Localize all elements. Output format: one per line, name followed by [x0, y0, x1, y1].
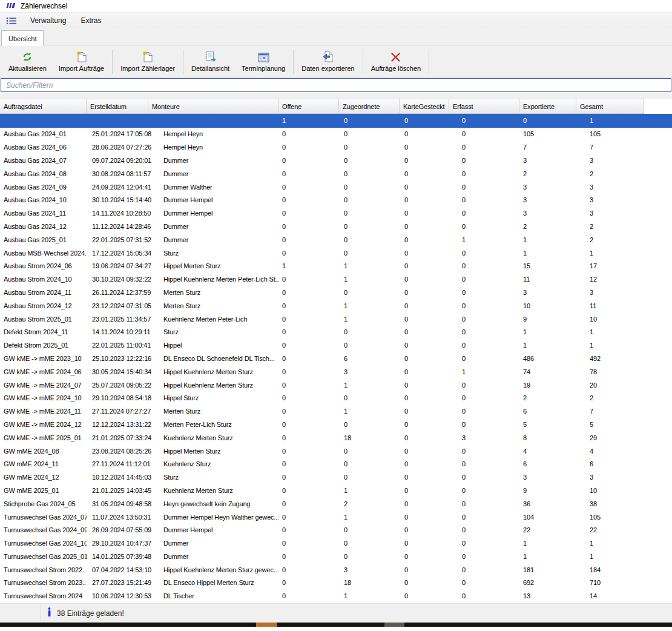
cell-offene: 0 [278, 196, 339, 203]
table-row[interactable]: Defekt Strom 2025_0122.01.2025 11:00:41H… [0, 339, 672, 352]
table-row[interactable]: Turnuswechsel Strom 202410.06.2024 12:30… [0, 589, 672, 599]
cell-erfasst: 0 [449, 302, 519, 309]
cell-zugeordnete: 0 [339, 553, 400, 560]
cell-erstelldatum: 21.01.2025 07:33:24 [87, 434, 148, 441]
column-header-monteure[interactable]: Monteure [148, 99, 278, 113]
cell-monteure: Hempel Heyn [148, 144, 278, 151]
table-row[interactable]: GW kME -> mME 2024_0725.07.2024 09:05:22… [0, 378, 672, 392]
table-row[interactable]: 100001 [0, 114, 672, 128]
import-orders-button[interactable]: Import Aufträge [53, 48, 110, 75]
tool-btn-label: Terminplanung [242, 65, 285, 72]
cell-offene: 0 [278, 540, 339, 547]
menu-item-verwaltung[interactable]: Verwaltung [24, 14, 72, 27]
column-header-zugeordnete[interactable]: Zugeordnete [339, 99, 400, 113]
cell-zugeordnete: 3 [339, 368, 400, 375]
table-row[interactable]: Turnuswechsel Gas 2024_1029.10.2024 10:4… [0, 537, 672, 550]
table-row[interactable]: Ausbau Strom 2025_0123.01.2025 11:34:57K… [0, 312, 672, 326]
cell-erfasst: 1 [449, 368, 519, 375]
table-row[interactable]: Ausbau Gas 2024_0924.09.2024 12:04:41Dum… [0, 180, 672, 194]
cell-erfasst: 0 [449, 500, 519, 507]
table-row[interactable]: Ausbau Strom 2024_1223.12.2024 07:31:05M… [0, 299, 672, 312]
table-row[interactable]: Turnuswechsel Gas 2024_0926.09.2024 07:5… [0, 523, 672, 537]
table-row[interactable]: Ausbau Gas 2024_1211.12.2024 14:28:46Dum… [0, 220, 672, 233]
cell-gesamt: 78 [576, 368, 644, 375]
table-row[interactable]: GW mME 2024_0823.08.2024 08:25:26Hippel … [0, 444, 672, 458]
table-row[interactable]: GW mME 2024_1210.12.2024 14:45:03Sturz00… [0, 471, 672, 484]
table-row[interactable]: Ausbau Gas 2024_0628.06.2024 07:27:26Hem… [0, 140, 672, 154]
detail-view-button[interactable]: Detailansicht [185, 48, 236, 75]
cell-gesamt: 5 [576, 421, 644, 428]
table-row[interactable]: Defekt Strom 2024_1114.11.2024 10:29:11S… [0, 325, 672, 339]
table-row[interactable]: Ausbau Gas 2024_0125.01.2024 17:05:08Hem… [0, 128, 672, 141]
table-row[interactable]: GW kME -> mME 2024_1127.11.2024 07:27:27… [0, 405, 672, 418]
column-header-erstelldatum[interactable]: Erstelldatum [87, 99, 148, 113]
cell-kartegesteckt: 0 [400, 170, 449, 177]
menu-list-icon[interactable] [6, 17, 17, 25]
table-row[interactable]: Stichprobe Gas 2024_0531.05.2024 09:48:5… [0, 497, 672, 510]
column-header-auftragsdatei[interactable]: Auftragsdatei [0, 99, 87, 113]
table-row[interactable]: GW kME -> mME 2024_1029.10.2024 08:54:18… [0, 391, 672, 405]
menu-item-extras[interactable]: Extras [74, 14, 107, 27]
cell-monteure: Dummer [148, 170, 278, 177]
table-row[interactable]: Turnuswechsel Strom 2022...07.04.2022 14… [0, 563, 672, 576]
cell-erstelldatum: 14.11.2024 10:28:50 [87, 210, 148, 217]
table-row[interactable]: GW kME -> mME 2024_1212.12.2024 13:31:22… [0, 418, 672, 431]
cell-kartegesteckt: 0 [400, 566, 449, 573]
cell-gesamt: 10 [576, 316, 644, 323]
table-row[interactable]: Ausbau Strom 2024_1126.11.2024 12:37:59M… [0, 286, 672, 299]
table-row[interactable]: Ausbau Gas 2024_0830.08.2024 08:11:57Dum… [0, 167, 672, 180]
cell-erstelldatum: 11.12.2024 14:28:46 [87, 223, 148, 230]
schedule-button[interactable]: Terminplanung [236, 48, 291, 75]
table-row[interactable]: Ausbau Gas 2025_0122.01.2025 07:31:52Dum… [0, 233, 672, 246]
table-row[interactable]: GW kME -> mME 2025_0121.01.2025 07:33:24… [0, 431, 672, 444]
cell-auftragsdatei: GW mME 2025_01 [0, 487, 87, 494]
table-row[interactable]: GW mME 2025_0121.01.2025 14:03:45Kuehnle… [0, 484, 672, 497]
table-row[interactable]: Ausbau Strom 2024_1030.10.2024 09:32:22H… [0, 273, 672, 286]
cell-offene: 0 [278, 460, 339, 467]
column-header-kartegesteckt[interactable]: KarteGesteckt [400, 99, 449, 113]
cell-auftragsdatei: Turnuswechsel Gas 2024_07 [0, 514, 87, 521]
search-input[interactable] [1, 78, 671, 92]
cell-auftragsdatei: Ausbau Strom 2024_11 [0, 289, 87, 296]
tab-uebersicht[interactable]: Übersicht [1, 30, 44, 46]
tool-btn-label: Import Aufträge [59, 65, 104, 72]
table-row[interactable]: Ausbau Gas 2024_1030.10.2024 15:14:40Dum… [0, 193, 672, 206]
cell-kartegesteckt: 0 [400, 448, 449, 455]
table-row[interactable]: GW kME -> mME 2024_0630.05.2024 15:40:34… [0, 365, 672, 378]
cell-offene: 0 [278, 342, 339, 349]
cell-monteure: DL Tischer [148, 592, 278, 599]
table-row[interactable]: Ausbau MSB-Wechsel 2024...17.12.2024 15:… [0, 246, 672, 260]
table-row[interactable]: Ausbau Gas 2024_0709.07.2024 09:20:01Dum… [0, 154, 672, 167]
cell-gesamt: 3 [576, 474, 644, 481]
cell-auftragsdatei: Ausbau Gas 2024_12 [0, 223, 87, 230]
column-header-erfasst[interactable]: Erfasst [449, 99, 519, 113]
cell-auftragsdatei: Ausbau Strom 2024_12 [0, 302, 87, 309]
table-row[interactable]: Ausbau Strom 2024_0619.06.2024 07:34:27H… [0, 259, 672, 273]
cell-gesamt: 10 [576, 487, 644, 494]
table-row[interactable]: GW kME -> mME 2023_1025.10.2023 12:22:16… [0, 352, 672, 365]
table-row[interactable]: Ausbau Gas 2024_1114.11.2024 10:28:50Dum… [0, 206, 672, 220]
cell-erstelldatum: 25.01.2024 17:05:08 [87, 130, 148, 137]
column-header-exportierte[interactable]: Exportierte [519, 99, 576, 113]
column-header-offene[interactable]: Offene [278, 99, 339, 113]
cell-gesamt: 105 [576, 514, 644, 521]
export-data-button[interactable]: Daten exportieren [295, 48, 360, 75]
cell-kartegesteckt: 0 [400, 289, 449, 296]
cell-offene: 0 [278, 487, 339, 494]
table-row[interactable]: Turnuswechsel Strom 2023...27.07.2023 15… [0, 576, 672, 590]
cell-zugeordnete: 18 [339, 579, 400, 586]
cell-kartegesteckt: 0 [400, 196, 449, 203]
cell-exportierte: 1 [519, 553, 576, 560]
delete-orders-button[interactable]: Aufträge löschen [365, 48, 427, 75]
column-header-gesamt[interactable]: Gesamt [576, 99, 644, 113]
table-row[interactable]: Turnuswechsel Gas 2025_0114.01.2025 07:3… [0, 550, 672, 563]
refresh-button[interactable]: Aktualisieren [2, 48, 53, 75]
table-row[interactable]: Turnuswechsel Gas 2024_0711.07.2024 13:5… [0, 510, 672, 524]
import-meter-stock-button[interactable]: Import Zählerlager [114, 48, 181, 75]
cell-offene: 0 [278, 170, 339, 177]
cell-erfasst: 0 [449, 130, 519, 137]
status-gap [0, 599, 672, 603]
table-row[interactable]: GW mME 2024_1127.11.2024 11:12:01Kuehnle… [0, 457, 672, 471]
cell-gesamt: 184 [576, 566, 644, 573]
cell-erfasst: 0 [449, 249, 519, 257]
